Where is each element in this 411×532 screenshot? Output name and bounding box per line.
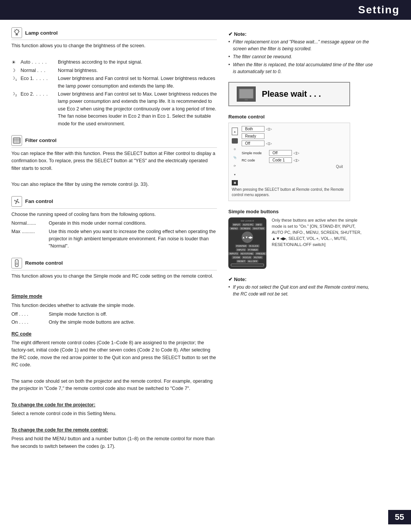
remote-off-val: Off — [242, 141, 264, 146]
filter-control-body: You can replace the filter with this fun… — [11, 150, 217, 189]
note2-box: Note: If you do not select the Quit icon… — [228, 276, 373, 297]
remote-ready-val: Ready — [242, 133, 264, 139]
rc-code-desc2: The same code should set on both the pro… — [11, 378, 217, 393]
change-remote-title: To change the code for the remote contro… — [11, 427, 217, 434]
fan-icon — [11, 196, 22, 207]
simple-off-label: Off . . . . — [11, 311, 46, 318]
svg-point-0 — [15, 30, 19, 34]
remote-control-label: Remote control — [25, 260, 63, 266]
lamp-eco2-desc: Lower brightness and Fan control set to … — [58, 91, 217, 128]
simple-mode-item: Simple mode This function decides whethe… — [11, 292, 217, 326]
lamp-eco2-label: Eco 2. . . . . — [21, 91, 55, 128]
change-projector-desc: Select a remote control code in this Set… — [11, 410, 217, 417]
filter-control-section: Filter control You can replace the filte… — [11, 135, 217, 189]
note2-item1: If you do not select the Quit icon and e… — [228, 284, 373, 297]
remote-btn-row3: POINTER R-CLICK — [231, 244, 264, 248]
svg-rect-22 — [245, 99, 248, 101]
simple-on-label: On . . . . — [11, 319, 46, 326]
lamp-eco1: ☽1 Eco 1. . . . . Lower brightness and F… — [11, 75, 217, 90]
note1-item1: Filter replacement icon and "Please wait… — [228, 38, 373, 52]
rc-code-item: RC code The eight different remote contr… — [11, 330, 217, 450]
remote-simple-row: Simple mode Off ◁▷ — [242, 150, 347, 156]
please-wait-icon — [237, 86, 256, 102]
remote-diagram: ▲ ⊙ 📎 ⟳ ▼ ▣ Both ◁▷ Rea — [228, 123, 350, 201]
svg-point-16 — [16, 201, 18, 202]
lamp-normal: ☽ Normal . . . Normal brightness. — [11, 67, 217, 74]
svg-point-19 — [16, 263, 18, 265]
note2-list: If you do not select the Quit icon and e… — [228, 284, 373, 297]
fan-control-title: Fan control — [11, 196, 217, 209]
lamp-desc: This function allows you to change the b… — [11, 42, 217, 50]
remote-btn-row5: INPUT3 KEYSTONE FREEZE — [231, 252, 264, 255]
main-content: Lamp control This function allows you to… — [0, 20, 411, 465]
svg-line-7 — [14, 30, 15, 30]
fan-max-desc: Use this mode when you want to increase … — [49, 228, 217, 250]
remote-rccode-row: RC code Code 1 ◁▷ — [242, 157, 347, 163]
nav-circle: ▲▼◀▶ — [242, 232, 253, 243]
fan-normal: Normal....... Operate in this mode under… — [11, 220, 217, 227]
remote-btn-row6: ZOOM FOCUS FILTER — [231, 256, 264, 259]
shutter-btn: SHUTTER — [252, 227, 265, 230]
remote-rccode-val: Code 1 — [269, 157, 292, 163]
note2-title: Note: — [228, 276, 373, 282]
remote-device-img: SW LD400-R INPUT AUTO PC INFO MENU SCREE… — [228, 217, 266, 269]
lamp-auto: ☀ Auto . . . . . Brightness according to… — [11, 59, 217, 66]
keystone-btn: KEYSTONE — [240, 252, 255, 255]
remote-diagram-label: Remote control — [228, 114, 373, 120]
please-wait-text: Please wait . . . — [262, 89, 321, 99]
focus-btn: FOCUS — [242, 256, 252, 259]
filter-desc1: You can replace the filter with this fun… — [11, 150, 217, 172]
simple-mode-note: Only these buttons are active when the s… — [272, 217, 363, 248]
change-remote-desc: Press and hold the MENU button and a num… — [11, 435, 217, 450]
quit-label: Quit — [242, 165, 347, 169]
remote-rccode-arrow: ◁▷ — [293, 158, 299, 162]
remote-simple-arrow: ◁▷ — [293, 151, 299, 155]
pointer-btn: POINTER — [235, 244, 248, 248]
highlight-overlay — [231, 264, 264, 267]
lamp-control-label: Lamp control — [25, 30, 58, 36]
page-number: 55 — [388, 510, 411, 524]
remote-icon6: ▼ — [232, 172, 238, 177]
left-column: Lamp control This function allows you to… — [11, 27, 217, 458]
lamp-control-title: Lamp control — [11, 27, 217, 40]
remote-both-arrow: ◁▷ — [266, 127, 272, 131]
change-projector-title: To change the code for the projector: — [11, 401, 217, 409]
remote-btn-row2: MENU SCREEN SHUTTER — [231, 227, 264, 230]
rc-code-desc: The eight different remote control codes… — [11, 339, 217, 369]
zoom-btn: ZOOM — [232, 256, 241, 259]
input-btn: INPUT — [232, 223, 241, 226]
svg-rect-21 — [239, 89, 253, 98]
remote-btn-row4: INPUT2 P-TIMER — [231, 248, 264, 251]
fan-control-label: Fan control — [25, 198, 53, 204]
freeze-btn: FREEZE — [255, 252, 266, 255]
remote-diagram-section: Remote control ▲ ⊙ 📎 ⟳ ▼ ▣ Both — [228, 114, 373, 201]
remote-left-icons: ▲ ⊙ 📎 ⟳ ▼ ▣ — [232, 126, 238, 185]
remote-both-val: Both — [242, 126, 264, 132]
right-column: Note: Filter replacement icon and "Pleas… — [228, 27, 373, 458]
page-header: Setting — [0, 0, 411, 20]
remote-top-label: SW LD400-R — [231, 220, 264, 222]
lamp-eco1-desc: Lower brightness and Fan control set to … — [58, 75, 217, 90]
remote-icon — [11, 258, 22, 268]
please-wait-box: Please wait . . . — [228, 82, 350, 106]
lamp-control-body: This function allows you to change the b… — [11, 42, 217, 128]
note1-item3: When the filter is replaced, the total a… — [228, 61, 373, 75]
filter-desc2: You can also replace the filter by using… — [11, 181, 217, 188]
rclick-btn: R-CLICK — [248, 244, 260, 248]
simple-on: On . . . . Only the simple mode buttons … — [11, 319, 217, 326]
simple-off: Off . . . . Simple mode function is off. — [11, 311, 217, 318]
remote-icon3: ⊙ — [232, 147, 238, 152]
remote-nav-area: ▲▼◀▶ — [231, 232, 264, 243]
fan-desc: Choose the running speed of cooling fans… — [11, 211, 217, 218]
reset-btn: RESET — [236, 260, 246, 263]
simple-on-desc: Only the simple mode buttons are active. — [49, 319, 217, 326]
lamp-normal-desc: Normal brightness. — [58, 67, 217, 74]
remote-rccode-label: RC code — [242, 158, 268, 162]
lamp-normal-label: Normal . . . — [21, 67, 55, 74]
fan-control-body: Choose the running speed of cooling fans… — [11, 211, 217, 250]
filter-control-title: Filter control — [11, 135, 217, 148]
remote-off-row: Off ◁▷ — [242, 141, 347, 146]
simple-mode-section: Simple mode buttons SW LD400-R INPUT AUT… — [228, 209, 373, 269]
simple-mode-title: Simple mode — [11, 292, 217, 300]
remote-simple-label: Simple mode — [242, 151, 268, 155]
